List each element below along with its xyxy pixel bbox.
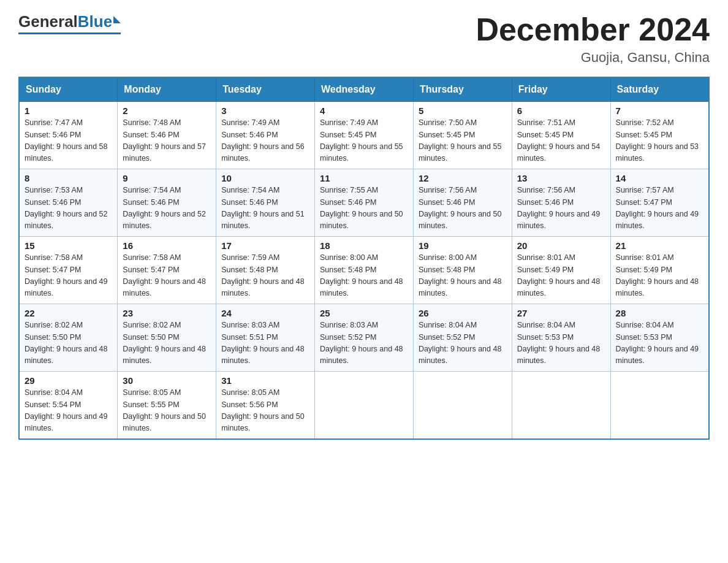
day-number: 10 bbox=[221, 173, 309, 183]
calendar-cell: 8 Sunrise: 7:53 AMSunset: 5:46 PMDayligh… bbox=[19, 169, 118, 237]
calendar-cell: 26 Sunrise: 8:04 AMSunset: 5:52 PMDaylig… bbox=[413, 304, 512, 372]
day-info: Sunrise: 7:48 AMSunset: 5:46 PMDaylight:… bbox=[123, 118, 206, 163]
page-header: General Blue December 2024 Guojia, Gansu… bbox=[18, 12, 710, 66]
calendar-cell: 12 Sunrise: 7:56 AMSunset: 5:46 PMDaylig… bbox=[413, 169, 512, 237]
calendar-cell: 22 Sunrise: 8:02 AMSunset: 5:50 PMDaylig… bbox=[19, 304, 118, 372]
header-sunday: Sunday bbox=[19, 77, 118, 102]
calendar-cell: 3 Sunrise: 7:49 AMSunset: 5:46 PMDayligh… bbox=[216, 102, 315, 169]
weekday-header-row: Sunday Monday Tuesday Wednesday Thursday… bbox=[19, 77, 709, 102]
calendar-cell: 16 Sunrise: 7:58 AMSunset: 5:47 PMDaylig… bbox=[118, 237, 216, 304]
calendar-cell: 15 Sunrise: 7:58 AMSunset: 5:47 PMDaylig… bbox=[19, 237, 118, 304]
calendar-cell: 31 Sunrise: 8:05 AMSunset: 5:56 PMDaylig… bbox=[216, 372, 315, 439]
calendar-cell: 23 Sunrise: 8:02 AMSunset: 5:50 PMDaylig… bbox=[118, 304, 216, 372]
calendar-cell: 6 Sunrise: 7:51 AMSunset: 5:45 PMDayligh… bbox=[512, 102, 610, 169]
logo: General Blue bbox=[18, 12, 121, 34]
calendar-week-row: 1 Sunrise: 7:47 AMSunset: 5:46 PMDayligh… bbox=[19, 102, 709, 169]
calendar-cell: 17 Sunrise: 7:59 AMSunset: 5:48 PMDaylig… bbox=[216, 237, 315, 304]
calendar-cell bbox=[610, 372, 709, 439]
calendar-cell: 4 Sunrise: 7:49 AMSunset: 5:45 PMDayligh… bbox=[315, 102, 414, 169]
title-section: December 2024 Guojia, Gansu, China bbox=[476, 12, 710, 66]
calendar-cell: 10 Sunrise: 7:54 AMSunset: 5:46 PMDaylig… bbox=[216, 169, 315, 237]
day-info: Sunrise: 7:54 AMSunset: 5:46 PMDaylight:… bbox=[123, 186, 206, 230]
day-number: 23 bbox=[123, 308, 211, 318]
day-number: 1 bbox=[25, 105, 112, 116]
day-number: 2 bbox=[123, 105, 211, 116]
calendar-cell: 9 Sunrise: 7:54 AMSunset: 5:46 PMDayligh… bbox=[118, 169, 216, 237]
day-number: 24 bbox=[221, 308, 309, 318]
day-info: Sunrise: 8:03 AMSunset: 5:51 PMDaylight:… bbox=[221, 321, 305, 365]
day-info: Sunrise: 7:56 AMSunset: 5:46 PMDaylight:… bbox=[419, 186, 502, 230]
header-saturday: Saturday bbox=[610, 77, 709, 102]
day-number: 8 bbox=[25, 173, 112, 183]
header-monday: Monday bbox=[118, 77, 216, 102]
logo-blue-part: Blue bbox=[78, 12, 121, 31]
day-info: Sunrise: 8:05 AMSunset: 5:56 PMDaylight:… bbox=[221, 388, 305, 432]
day-number: 26 bbox=[419, 308, 507, 318]
header-thursday: Thursday bbox=[413, 77, 512, 102]
calendar-cell: 20 Sunrise: 8:01 AMSunset: 5:49 PMDaylig… bbox=[512, 237, 610, 304]
day-number: 31 bbox=[221, 375, 309, 386]
calendar-cell: 2 Sunrise: 7:48 AMSunset: 5:46 PMDayligh… bbox=[118, 102, 216, 169]
day-info: Sunrise: 7:58 AMSunset: 5:47 PMDaylight:… bbox=[123, 253, 206, 297]
day-info: Sunrise: 7:51 AMSunset: 5:45 PMDaylight:… bbox=[517, 118, 601, 163]
day-info: Sunrise: 8:04 AMSunset: 5:54 PMDaylight:… bbox=[25, 388, 108, 432]
calendar-week-row: 8 Sunrise: 7:53 AMSunset: 5:46 PMDayligh… bbox=[19, 169, 709, 237]
calendar-cell: 29 Sunrise: 8:04 AMSunset: 5:54 PMDaylig… bbox=[19, 372, 118, 439]
day-info: Sunrise: 8:04 AMSunset: 5:53 PMDaylight:… bbox=[616, 321, 699, 365]
calendar-cell: 30 Sunrise: 8:05 AMSunset: 5:55 PMDaylig… bbox=[118, 372, 216, 439]
day-info: Sunrise: 8:04 AMSunset: 5:52 PMDaylight:… bbox=[419, 321, 502, 365]
day-info: Sunrise: 7:54 AMSunset: 5:46 PMDaylight:… bbox=[221, 186, 305, 230]
day-number: 13 bbox=[517, 173, 605, 183]
day-info: Sunrise: 7:49 AMSunset: 5:46 PMDaylight:… bbox=[221, 118, 305, 163]
day-info: Sunrise: 8:05 AMSunset: 5:55 PMDaylight:… bbox=[123, 388, 206, 432]
calendar-cell: 28 Sunrise: 8:04 AMSunset: 5:53 PMDaylig… bbox=[610, 304, 709, 372]
day-number: 12 bbox=[419, 173, 507, 183]
day-number: 9 bbox=[123, 173, 211, 183]
day-info: Sunrise: 7:57 AMSunset: 5:47 PMDaylight:… bbox=[616, 186, 699, 230]
day-number: 11 bbox=[320, 173, 408, 183]
day-info: Sunrise: 7:52 AMSunset: 5:45 PMDaylight:… bbox=[616, 118, 699, 163]
day-number: 4 bbox=[320, 105, 408, 116]
day-number: 14 bbox=[616, 173, 703, 183]
day-number: 19 bbox=[419, 240, 507, 251]
calendar-cell: 27 Sunrise: 8:04 AMSunset: 5:53 PMDaylig… bbox=[512, 304, 610, 372]
day-number: 15 bbox=[25, 240, 112, 251]
day-number: 30 bbox=[123, 375, 211, 386]
calendar-week-row: 15 Sunrise: 7:58 AMSunset: 5:47 PMDaylig… bbox=[19, 237, 709, 304]
calendar-cell: 21 Sunrise: 8:01 AMSunset: 5:49 PMDaylig… bbox=[610, 237, 709, 304]
day-info: Sunrise: 7:50 AMSunset: 5:45 PMDaylight:… bbox=[419, 118, 502, 163]
calendar-cell bbox=[413, 372, 512, 439]
calendar-week-row: 29 Sunrise: 8:04 AMSunset: 5:54 PMDaylig… bbox=[19, 372, 709, 439]
calendar-cell: 25 Sunrise: 8:03 AMSunset: 5:52 PMDaylig… bbox=[315, 304, 414, 372]
calendar-week-row: 22 Sunrise: 8:02 AMSunset: 5:50 PMDaylig… bbox=[19, 304, 709, 372]
day-info: Sunrise: 7:55 AMSunset: 5:46 PMDaylight:… bbox=[320, 186, 403, 230]
calendar-cell: 18 Sunrise: 8:00 AMSunset: 5:48 PMDaylig… bbox=[315, 237, 414, 304]
logo-triangle-icon bbox=[113, 16, 121, 23]
calendar-cell: 1 Sunrise: 7:47 AMSunset: 5:46 PMDayligh… bbox=[19, 102, 118, 169]
day-number: 5 bbox=[419, 105, 507, 116]
day-info: Sunrise: 7:49 AMSunset: 5:45 PMDaylight:… bbox=[320, 118, 403, 163]
day-info: Sunrise: 8:00 AMSunset: 5:48 PMDaylight:… bbox=[419, 253, 502, 297]
day-number: 27 bbox=[517, 308, 605, 318]
calendar-cell bbox=[315, 372, 414, 439]
day-info: Sunrise: 8:04 AMSunset: 5:53 PMDaylight:… bbox=[517, 321, 601, 365]
day-number: 6 bbox=[517, 105, 605, 116]
logo-general-text: General bbox=[18, 12, 78, 31]
day-number: 3 bbox=[221, 105, 309, 116]
day-info: Sunrise: 8:03 AMSunset: 5:52 PMDaylight:… bbox=[320, 321, 403, 365]
day-number: 21 bbox=[616, 240, 703, 251]
calendar-cell: 19 Sunrise: 8:00 AMSunset: 5:48 PMDaylig… bbox=[413, 237, 512, 304]
calendar-cell: 13 Sunrise: 7:56 AMSunset: 5:46 PMDaylig… bbox=[512, 169, 610, 237]
logo-underline bbox=[18, 33, 121, 34]
day-number: 7 bbox=[616, 105, 703, 116]
day-info: Sunrise: 8:01 AMSunset: 5:49 PMDaylight:… bbox=[517, 253, 601, 297]
day-number: 18 bbox=[320, 240, 408, 251]
calendar-cell bbox=[512, 372, 610, 439]
day-number: 25 bbox=[320, 308, 408, 318]
logo-blue-text: Blue bbox=[78, 12, 112, 31]
calendar-cell: 11 Sunrise: 7:55 AMSunset: 5:46 PMDaylig… bbox=[315, 169, 414, 237]
calendar-cell: 7 Sunrise: 7:52 AMSunset: 5:45 PMDayligh… bbox=[610, 102, 709, 169]
day-info: Sunrise: 8:02 AMSunset: 5:50 PMDaylight:… bbox=[123, 321, 206, 365]
header-friday: Friday bbox=[512, 77, 610, 102]
calendar-table: Sunday Monday Tuesday Wednesday Thursday… bbox=[18, 77, 710, 440]
